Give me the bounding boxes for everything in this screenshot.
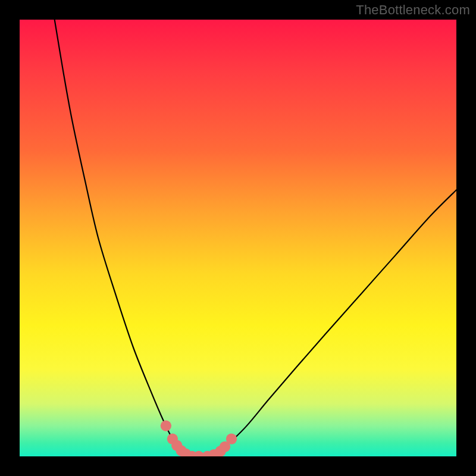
highlight-markers xyxy=(161,420,237,456)
curve-left-branch xyxy=(55,20,190,456)
curve-right-branch xyxy=(216,190,456,456)
highlight-dot xyxy=(161,420,171,431)
watermark-text: TheBottleneck.com xyxy=(356,2,470,18)
curve-layer xyxy=(20,20,456,456)
plot-area xyxy=(20,20,456,456)
chart-frame: TheBottleneck.com xyxy=(0,0,476,476)
highlight-dot xyxy=(226,433,237,444)
